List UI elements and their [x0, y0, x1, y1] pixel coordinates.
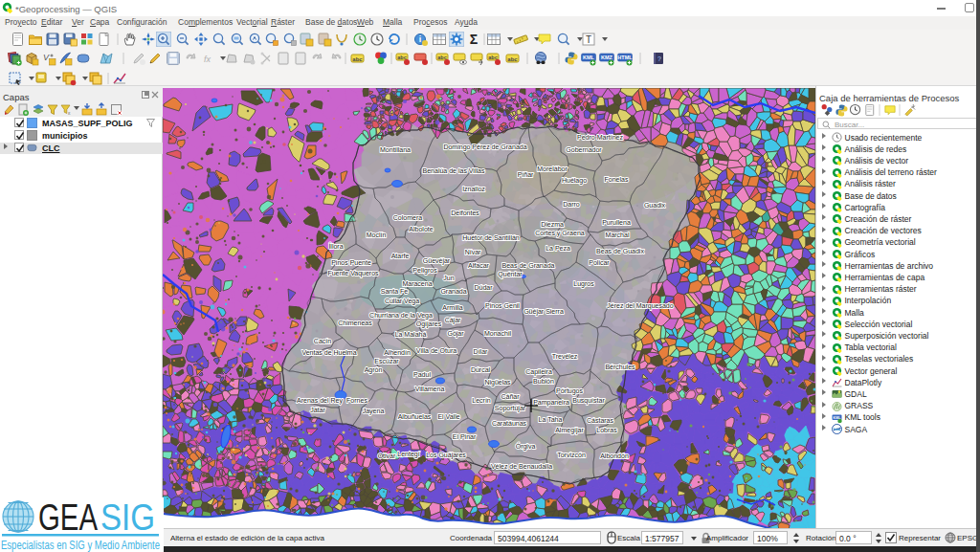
svg-text:Huélago: Huélago [562, 177, 587, 185]
svg-text:Gobernador: Gobernador [566, 146, 602, 153]
svg-text:Armilla: Armilla [442, 304, 462, 311]
svg-text:Morelábor: Morelábor [537, 166, 568, 172]
svg-text:Píñar: Píñar [518, 171, 534, 178]
svg-text:Atarfe: Atarfe [391, 253, 410, 259]
svg-text:Marchal: Marchal [606, 232, 630, 238]
svg-text:Íllora: Íllora [328, 242, 343, 250]
svg-text:Iznalloz: Iznalloz [462, 186, 485, 192]
svg-text:Bérchules: Bérchules [605, 364, 635, 370]
svg-text:Peligros: Peligros [412, 267, 437, 275]
svg-text:Alfacar: Alfacar [468, 262, 489, 269]
svg-text:KMZ: KMZ [601, 55, 613, 60]
svg-text:Alhendín: Alhendín [384, 349, 411, 356]
svg-text:Beas de Guadix: Beas de Guadix [596, 248, 644, 254]
svg-text:Moclín: Moclín [367, 232, 387, 238]
svg-text:Albolote: Albolote [409, 226, 433, 232]
svg-text:Ogíjares: Ogíjares [416, 320, 442, 328]
svg-text:Pinos Puente: Pinos Puente [331, 259, 371, 266]
svg-text:Chimeneas: Chimeneas [338, 320, 372, 326]
svg-text:Güevéjar: Güevéjar [423, 257, 451, 265]
svg-text:Dúdar: Dúdar [474, 284, 493, 291]
svg-text:Villamena: Villamena [415, 386, 445, 392]
svg-text:Lecrín: Lecrín [472, 397, 491, 404]
svg-text:Cástaras: Cástaras [587, 417, 614, 424]
svg-text:Nigüelas: Nigüelas [484, 379, 511, 386]
svg-text:ε: ε [68, 110, 71, 116]
svg-text:KML: KML [583, 55, 595, 60]
svg-text:Lugros: Lugros [573, 280, 594, 288]
svg-text:?: ? [657, 55, 661, 62]
svg-text:Arenas del Rey: Arenas del Rey [297, 397, 343, 405]
svg-text:Cáñar: Cáñar [501, 393, 520, 400]
svg-text:Huétor de Santillán: Huétor de Santillán [462, 234, 520, 241]
svg-text:abc: abc [437, 55, 446, 60]
svg-text:Albondón: Albondón [600, 453, 629, 459]
svg-text:Montillana: Montillana [380, 146, 411, 153]
svg-text:Fornes: Fornes [346, 397, 368, 404]
svg-text:abc: abc [352, 56, 363, 62]
svg-text:Colomera: Colomera [393, 214, 422, 221]
svg-text:Órgiva: Órgiva [516, 442, 536, 451]
svg-text:Torvizcón: Torvizcón [557, 452, 586, 458]
svg-text:Cacín: Cacín [314, 338, 331, 344]
svg-text:Capileira: Capileira [525, 368, 552, 376]
svg-text:Quéntar: Quéntar [498, 271, 523, 278]
svg-text:Especialistas en SIG y Medio A: Especialistas en SIG y Medio Ambiente [1, 539, 160, 552]
svg-text:Soportújar: Soportújar [495, 405, 526, 412]
svg-text:V: V [43, 53, 50, 62]
svg-text:Diezma: Diezma [541, 221, 564, 228]
svg-text:GEA: GEA [38, 497, 99, 538]
svg-text:Los Guájares: Los Guájares [426, 452, 466, 459]
svg-text:Guadix: Guadix [644, 202, 666, 209]
svg-text:Monachil: Monachil [484, 330, 511, 337]
svg-text:Trevélez: Trevélez [552, 353, 578, 360]
svg-text:i: i [419, 34, 422, 44]
svg-text:El Valle: El Valle [437, 413, 459, 420]
svg-text:La Peza: La Peza [546, 245, 570, 252]
svg-text:Gójar: Gójar [447, 330, 464, 338]
svg-text:Pinos Genil: Pinos Genil [485, 302, 520, 309]
svg-text:Nívar: Nívar [465, 249, 481, 255]
svg-text:SIG: SIG [100, 497, 155, 538]
svg-text:Padul: Padul [413, 371, 431, 378]
svg-text:fx: fx [204, 55, 212, 64]
svg-text:Albuñuelas: Albuñuelas [398, 413, 432, 420]
svg-text:Lobras: Lobras [596, 427, 617, 433]
svg-text:Beas de Granada: Beas de Granada [502, 262, 555, 269]
svg-text:Pórtugos: Pórtugos [556, 387, 584, 395]
svg-text:Jayena: Jayena [363, 408, 385, 415]
svg-text:Dílar: Dílar [474, 348, 488, 355]
svg-text:Benalúa de las Villas: Benalúa de las Villas [423, 167, 485, 174]
svg-text:Churriana de la Vega: Churriana de la Vega [369, 312, 433, 320]
svg-text:Lentegí: Lentegí [397, 451, 419, 458]
svg-text:T: T [586, 34, 591, 45]
svg-text:La Taha: La Taha [539, 416, 563, 423]
svg-text:Escúzar: Escúzar [374, 358, 399, 364]
svg-text:Policar: Policar [589, 259, 610, 266]
svg-text:Busquístar: Busquístar [572, 397, 605, 405]
svg-text:abc: abc [507, 56, 518, 62]
svg-text:Darro: Darro [563, 201, 580, 208]
svg-text:Almegíjar: Almegíjar [555, 427, 584, 434]
svg-text:Deifontes: Deifontes [451, 210, 479, 216]
svg-text:Játar: Játar [310, 407, 325, 413]
svg-text:Fuente Vaqueros: Fuente Vaqueros [327, 270, 379, 277]
svg-text:abc: abc [397, 55, 406, 60]
svg-text:Jérez del Marquesado: Jérez del Marquesado [607, 302, 673, 310]
svg-text:abc: abc [488, 55, 497, 60]
svg-text:Domingo Pérez de Granada: Domingo Pérez de Granada [443, 144, 526, 151]
svg-text:Jun: Jun [443, 275, 454, 281]
svg-text:Cájar: Cájar [445, 317, 461, 324]
svg-text:Purullena: Purullena [602, 219, 631, 226]
svg-text:Cortes y Graena: Cortes y Graena [535, 230, 584, 237]
svg-text:El Pinar: El Pinar [453, 433, 477, 440]
svg-text:HTML: HTML [617, 55, 633, 60]
svg-text:Otivar: Otivar [378, 453, 396, 459]
svg-text:Vélez de Benaudalla: Vélez de Benaudalla [491, 463, 552, 470]
svg-text:Ventas de Huelma: Ventas de Huelma [301, 349, 356, 356]
svg-text:Pedro Martínez: Pedro Martínez [577, 134, 623, 141]
svg-text:Pampaneira: Pampaneira [533, 399, 569, 407]
svg-text:Bubión: Bubión [533, 378, 554, 385]
svg-text:Villa de Otura: Villa de Otura [416, 347, 457, 354]
svg-text:Santa Fe: Santa Fe [381, 288, 409, 295]
